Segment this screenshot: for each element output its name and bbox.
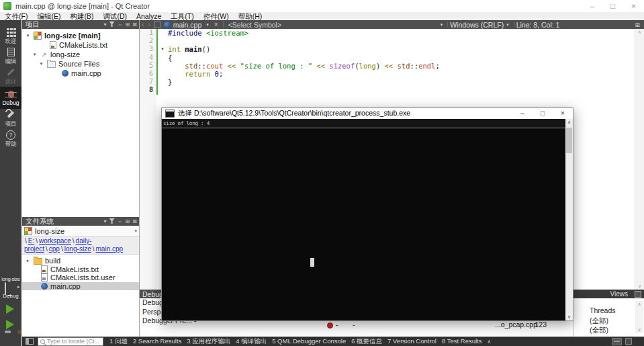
encoding-dropdown-icon[interactable]: ▾ [506, 22, 509, 28]
scroll-down-icon[interactable]: ∨ [565, 314, 573, 320]
filesystem-root-combobox[interactable]: long-size ▾ [22, 226, 139, 236]
split-editor-icon[interactable]: ⊞ [635, 21, 640, 28]
output-pane-button[interactable]: 8 Test Results [442, 337, 482, 346]
output-pane-button[interactable]: 1 问题 [109, 337, 128, 346]
breadcrumb-link[interactable]: E: [28, 237, 34, 245]
tree-row[interactable]: ▾Source Files [22, 59, 139, 69]
symbol-selector[interactable]: <Select Symbol> [228, 21, 281, 29]
scroll-up-icon[interactable]: ∧ [635, 30, 644, 35]
menu-item[interactable]: 编辑(E) [32, 12, 65, 20]
mode-debug[interactable]: Debug [0, 87, 21, 109]
minimize-button[interactable]: – [582, 0, 602, 12]
output-pane-button[interactable]: 6 概要信息 [351, 337, 382, 346]
navigate-forward-button[interactable]: › [148, 21, 150, 28]
encoding-selector[interactable]: Windows (CRLF) [450, 21, 504, 29]
code-line [168, 86, 635, 94]
filter-icon[interactable] [109, 21, 115, 27]
scroll-up-icon[interactable]: ∧ [565, 120, 573, 125]
split-pane-icon[interactable]: ⊞ [126, 21, 130, 28]
console-output-area[interactable]: size of long : 4 ∧ ∨ [162, 119, 573, 320]
project-icon [34, 32, 42, 40]
cursor-position-indicator[interactable]: Line: 8, Col: 1 [516, 21, 560, 29]
menu-item[interactable]: 调试(D) [98, 12, 132, 20]
fold-marker-icon[interactable]: ▾ [158, 45, 167, 53]
filter-icon[interactable] [109, 218, 115, 224]
scrollbar-thumb[interactable] [566, 128, 572, 153]
breadcrumb-link[interactable]: workspace [39, 237, 71, 245]
close-pane-icon[interactable]: ⊠ [132, 218, 137, 224]
menu-item[interactable]: 帮助(H) [234, 12, 267, 20]
tree-row[interactable]: ▸build [22, 257, 139, 265]
locator-input[interactable]: Type to locate (Ct... [38, 337, 103, 346]
threads-scrollbar[interactable]: ∧ ∨ [635, 301, 643, 333]
toggle-sidebar-icon[interactable] [26, 338, 34, 345]
overflow-icon[interactable]: ▾ [104, 218, 107, 224]
code-text-area[interactable]: #include <iostream>int main(){ std::cout… [168, 29, 635, 95]
menu-item[interactable]: 控件(W) [199, 12, 234, 20]
output-pane-button[interactable]: 7 Version Control [387, 337, 436, 346]
tree-row[interactable]: ▾↗long-size [22, 50, 139, 59]
filesystem-panel-title: 文件系统 [24, 217, 101, 226]
overflow-dropdown-icon[interactable]: ▾ [441, 22, 443, 28]
menu-item[interactable]: 构建(B) [65, 12, 98, 20]
menu-item[interactable]: 工具(T) [166, 12, 198, 20]
console-title-bar[interactable]: 选择 D:\software\Qt5.12.9\Tools\QtCreator\… [162, 108, 573, 119]
editor-tab-main-cpp[interactable]: main.cpp [173, 21, 202, 29]
breadcrumb-link[interactable]: main.cpp [96, 245, 124, 253]
sync-icon[interactable]: ⇔ [118, 21, 123, 28]
overflow-icon[interactable]: ▾ [104, 21, 107, 28]
breadcrumb-link[interactable]: long-size [64, 245, 91, 253]
output-pane-button[interactable]: 4 编译输出 [236, 337, 267, 346]
console-maximize-button[interactable]: □ [533, 108, 553, 119]
title-bar: main.cpp @ long-size [main] - Qt Creator… [0, 0, 644, 13]
scroll-down-icon[interactable]: ∨ [635, 327, 643, 333]
maximize-button[interactable]: □ [602, 0, 623, 12]
thread-row[interactable]: (全部) [590, 316, 608, 326]
scroll-down-icon[interactable]: ∨ [635, 284, 644, 289]
editor-scrollbar[interactable]: ∧ ∨ [635, 29, 644, 290]
mode-edit[interactable]: 编辑 [0, 46, 21, 67]
menu-item[interactable]: 文件(F) [0, 12, 32, 20]
code-fold-column[interactable]: ▾ [158, 29, 167, 95]
split-pane-icon[interactable]: ⊞ [126, 218, 130, 224]
output-pane-button[interactable]: 2 Search Results [133, 337, 181, 346]
thread-row[interactable]: (全部) [590, 326, 608, 335]
console-window[interactable]: 选择 D:\software\Qt5.12.9\Tools\QtCreator\… [161, 107, 573, 321]
output-pane-button[interactable]: 5 QML Debugger Console [272, 337, 346, 346]
close-pane-icon[interactable]: ⊠ [132, 21, 137, 28]
views-menu-icon[interactable] [635, 291, 641, 298]
sync-icon[interactable]: ⇔ [118, 218, 123, 224]
breakpoint-row[interactable]: --...o_pcap.cpp123 [140, 320, 573, 329]
tree-row[interactable]: CMakeLists.txt.user [22, 273, 139, 282]
tree-row[interactable]: main.cpp [22, 69, 139, 78]
navigate-back-button[interactable]: ‹ [142, 21, 144, 28]
debug-run-button[interactable] [6, 320, 14, 329]
breadcrumb-link[interactable]: cpp [49, 245, 60, 253]
tree-row[interactable]: ▾long-size [main] [22, 31, 139, 40]
tab-dropdown-icon[interactable]: ▾ [206, 22, 209, 28]
build-progress-icon[interactable] [612, 338, 622, 345]
tree-row[interactable]: CMakeLists.txt [22, 40, 139, 50]
output-pane-button[interactable]: 3 应用程序输出 [187, 337, 230, 346]
console-close-button[interactable]: × [553, 108, 573, 119]
mode-help[interactable]: ?帮助 [0, 129, 21, 149]
run-button[interactable] [6, 304, 14, 314]
menu-item[interactable]: Analyze [132, 12, 166, 20]
tree-row[interactable]: CMakeLists.txt [22, 265, 139, 274]
tree-row[interactable]: main.cpp [22, 282, 139, 291]
divider [514, 21, 514, 28]
tree-row-label: CMakeLists.txt.user [50, 273, 116, 282]
scroll-up-icon[interactable]: ∧ [635, 302, 643, 307]
close-button[interactable]: × [623, 0, 644, 12]
console-minimize-button[interactable]: – [512, 108, 533, 119]
mode-welcome[interactable]: 欢迎 [0, 26, 21, 46]
pane-toggle-icon[interactable] [625, 338, 632, 345]
threads-combobox[interactable]: Threads [590, 306, 616, 314]
mode-design: 设计 [0, 67, 21, 87]
tab-close-icon[interactable]: × [214, 21, 218, 28]
console-output-line: size of long : 4 [162, 119, 565, 128]
qtcreator-logo-icon [3, 2, 11, 10]
mode-projects[interactable]: 项目 [0, 109, 21, 129]
pane-expand-icon[interactable]: ∧ [487, 339, 491, 345]
console-scrollbar[interactable]: ∧ ∨ [565, 119, 573, 320]
